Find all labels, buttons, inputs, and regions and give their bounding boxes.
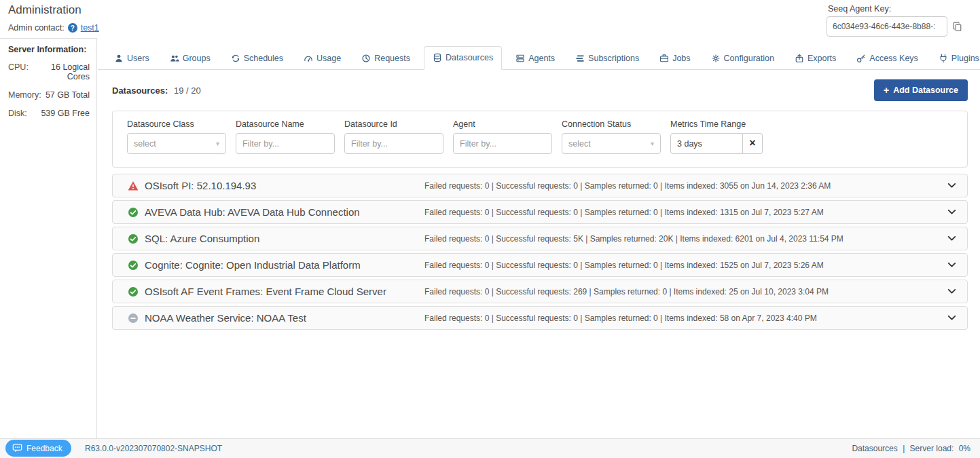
chevron-down-icon: ▾: [651, 140, 654, 147]
tab-label: Access Keys: [869, 54, 918, 63]
chevron-down-icon[interactable]: [946, 312, 958, 324]
tab-subscriptions[interactable]: Subscriptions: [568, 47, 646, 69]
admin-contact: Admin contact: ? test1: [8, 23, 99, 33]
tab-groups[interactable]: Groups: [163, 47, 217, 69]
add-datasource-button[interactable]: + Add Datasource: [874, 79, 968, 101]
chevron-down-icon[interactable]: [946, 206, 958, 218]
tab-requests[interactable]: Requests: [355, 47, 417, 69]
datasource-row[interactable]: NOAA Weather Service: NOAA TestFailed re…: [112, 306, 968, 330]
chevron-down-icon[interactable]: [946, 259, 958, 271]
filter-metrics-time-range: Metrics Time Range×: [670, 119, 763, 154]
sync-icon: [231, 54, 240, 63]
copy-icon: [952, 22, 962, 32]
server-info-panel: Server Information: CPU:16 Logical Cores…: [0, 38, 97, 438]
datasource-name: Cognite: Cognite: Open Industrial Data P…: [145, 259, 424, 271]
tab-label: Requests: [374, 54, 410, 63]
top-header: Administration Admin contact: ? test1 Se…: [0, 0, 980, 38]
server-info-value: 57 GB Total: [46, 90, 90, 100]
page-title: Administration: [8, 3, 81, 17]
filter-metrics-time-range-input[interactable]: [670, 133, 743, 154]
tab-label: Agents: [528, 54, 555, 63]
admin-contact-link[interactable]: test1: [81, 23, 99, 33]
plus-icon: +: [884, 85, 889, 96]
tab-access-keys[interactable]: Access Keys: [850, 47, 925, 69]
select-placeholder: select: [568, 139, 591, 149]
filter-agent: Agent: [453, 119, 552, 154]
server-load-label: Server load:: [910, 444, 954, 453]
database-icon: [433, 53, 442, 62]
disabled-status-icon: [128, 313, 139, 324]
tab-datasources[interactable]: Datasources: [424, 46, 502, 70]
filter-label: Connection Status: [562, 119, 661, 129]
tab-agents[interactable]: Agents: [509, 47, 562, 69]
filter-panel: Datasource Classselect▾Datasource NameDa…: [112, 111, 968, 168]
help-icon[interactable]: ?: [68, 23, 77, 33]
filter-datasource-id-input[interactable]: [344, 133, 443, 154]
server-info-label: Memory:: [8, 90, 41, 100]
feedback-button[interactable]: Feedback: [5, 440, 71, 457]
filter-agent-input[interactable]: [453, 133, 552, 154]
main-content: Datasources: 19 / 20 + Add Datasource Da…: [98, 70, 980, 438]
filter-label: Metrics Time Range: [670, 119, 763, 129]
datasource-stats: Failed requests: 0 | Successful requests…: [424, 234, 938, 244]
server-info-row: CPU:16 Logical Cores: [8, 62, 90, 81]
datasource-stats: Failed requests: 0 | Successful requests…: [424, 208, 938, 217]
agent-key-input[interactable]: [827, 16, 947, 37]
server-info-label: CPU:: [8, 62, 29, 81]
tab-configuration[interactable]: Configuration: [704, 47, 781, 69]
server-info-label: Disk:: [8, 109, 27, 118]
history-icon: [361, 54, 371, 63]
filter-datasource-class-select[interactable]: select▾: [127, 133, 226, 154]
server-info-row: Memory:57 GB Total: [8, 90, 90, 100]
datasource-count: Datasources: 19 / 20: [112, 85, 201, 96]
key-icon: [856, 54, 866, 63]
tab-label: Configuration: [724, 54, 774, 63]
tab-plugins[interactable]: Plugins: [932, 47, 980, 69]
datasource-count-label: Datasources:: [112, 85, 168, 96]
filter-label: Datasource Name: [236, 119, 335, 129]
tab-exports[interactable]: Exports: [788, 47, 843, 69]
add-datasource-label: Add Datasource: [893, 85, 958, 95]
tab-label: Plugins: [951, 54, 979, 63]
gauge-icon: [304, 54, 313, 63]
datasource-stats: Failed requests: 0 | Successful requests…: [424, 181, 938, 191]
filter-connection-status-select[interactable]: select▾: [562, 133, 661, 154]
chevron-down-icon[interactable]: [946, 286, 958, 297]
chevron-down-icon[interactable]: [946, 233, 958, 244]
admin-contact-label: Admin contact:: [8, 23, 65, 33]
tab-schedules[interactable]: Schedules: [224, 47, 290, 69]
tab-jobs[interactable]: Jobs: [653, 47, 697, 69]
tab-usage[interactable]: Usage: [297, 47, 348, 69]
feedback-label: Feedback: [26, 444, 62, 453]
ok-status-icon: [128, 260, 139, 271]
tab-label: Schedules: [244, 54, 283, 63]
datasource-row[interactable]: OSIsoft AF Event Frames: Event Frame Clo…: [112, 280, 968, 303]
tab-label: Jobs: [672, 54, 690, 63]
server-load-value: 0%: [959, 444, 970, 453]
filter-datasource-name-input[interactable]: [236, 133, 335, 154]
ok-status-icon: [128, 286, 139, 297]
datasource-row[interactable]: AVEVA Data Hub: AVEVA Data Hub Connectio…: [112, 200, 968, 224]
datasource-row[interactable]: SQL: Azure ConsumptionFailed requests: 0…: [112, 227, 968, 250]
version-text: R63.0.0-v202307070802-SNAPSHOT: [85, 444, 222, 453]
users-icon: [170, 54, 179, 63]
tab-label: Usage: [316, 54, 341, 63]
filter-connection-status: Connection Statusselect▾: [562, 119, 661, 154]
datasource-name: OSIsoft PI: 52.10.194.93: [145, 180, 424, 191]
filter-datasource-class: Datasource Classselect▾: [127, 119, 226, 154]
filter-datasource-name: Datasource Name: [236, 119, 335, 154]
footer: Feedback R63.0.0-v202307070802-SNAPSHOT …: [0, 438, 980, 458]
error-status-icon: [128, 180, 139, 191]
chevron-down-icon[interactable]: [946, 180, 958, 191]
copy-agent-key-button[interactable]: [947, 16, 966, 37]
datasource-row[interactable]: Cognite: Cognite: Open Industrial Data P…: [112, 253, 968, 277]
user-icon: [114, 54, 124, 63]
server-info-rows: CPU:16 Logical CoresMemory:57 GB TotalDi…: [8, 62, 90, 118]
tab-label: Datasources: [446, 53, 493, 62]
filter-metrics-time-range-clear-button[interactable]: ×: [743, 133, 763, 154]
chevron-down-icon: ▾: [216, 140, 219, 147]
datasource-name: OSIsoft AF Event Frames: Event Frame Clo…: [145, 286, 424, 297]
tab-users[interactable]: Users: [107, 47, 156, 69]
datasource-row[interactable]: OSIsoft PI: 52.10.194.93Failed requests:…: [112, 174, 968, 197]
tab-label: Groups: [183, 54, 211, 63]
